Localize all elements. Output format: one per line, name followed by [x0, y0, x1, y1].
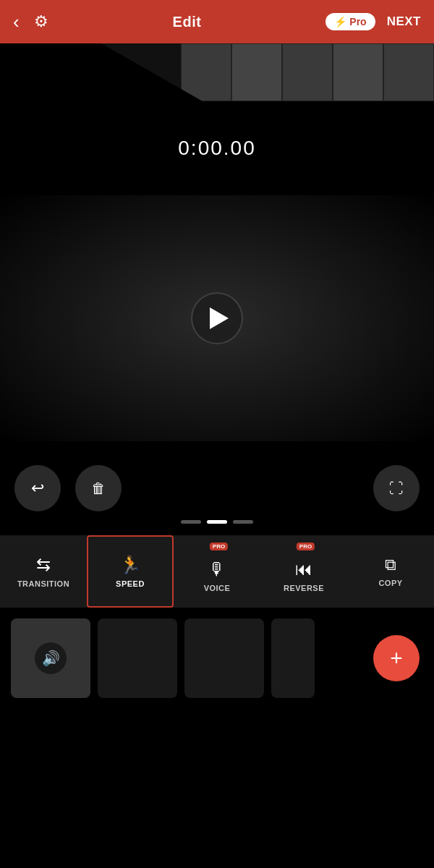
top-bar: ‹ ⚙ Edit ⚡ Pro NEXT — [0, 0, 434, 43]
play-icon — [210, 307, 229, 329]
undo-button[interactable]: ↩ — [14, 465, 61, 511]
page-title: Edit — [173, 14, 202, 30]
pagination-dot-2 — [207, 520, 227, 524]
pagination-dot-3 — [233, 520, 253, 524]
expand-icon: ⛶ — [389, 480, 404, 497]
tool-speed[interactable]: 🏃 SPEED — [87, 535, 174, 608]
settings-icon[interactable]: ⚙ — [34, 12, 48, 31]
pro-badge-label: Pro — [349, 16, 366, 27]
timeline-strip[interactable] — [0, 43, 434, 101]
speed-label: SPEED — [116, 579, 145, 588]
timeline-cell — [181, 43, 231, 101]
timeline-cell — [383, 43, 434, 101]
timeline-cover — [0, 43, 203, 101]
delete-button[interactable]: 🗑 — [75, 465, 122, 511]
tool-copy[interactable]: ⧉ COPY — [347, 535, 434, 608]
reverse-label: REVERSE — [284, 584, 324, 592]
back-button[interactable]: ‹ — [13, 11, 20, 33]
speaker-icon: 🔊 — [42, 650, 60, 667]
add-clip-button[interactable]: + — [373, 635, 420, 681]
copy-label: COPY — [378, 579, 402, 587]
pagination-dot-1 — [181, 520, 201, 524]
lightning-icon: ⚡ — [334, 16, 346, 27]
top-bar-left: ‹ ⚙ — [13, 11, 48, 33]
undo-icon: ↩ — [31, 479, 44, 498]
time-display: 0:00.00 — [178, 137, 255, 160]
speed-icon: 🏃 — [119, 555, 141, 575]
clip-audio-icon: 🔊 — [35, 642, 67, 674]
reverse-pro-badge: PRO — [297, 542, 315, 550]
transition-icon: ⇆ — [36, 555, 51, 575]
clip-empty-2[interactable] — [184, 618, 264, 698]
tool-bar: ⇆ TRANSITION 🏃 SPEED PRO 🎙 VOICE PRO ⏮ R… — [0, 535, 434, 608]
play-button[interactable] — [191, 292, 243, 344]
clip-empty-3[interactable] — [271, 618, 315, 698]
timeline-cell — [282, 43, 333, 101]
copy-icon: ⧉ — [385, 556, 396, 574]
clip-strip: 🔊 + — [0, 608, 434, 709]
tool-voice[interactable]: PRO 🎙 VOICE — [174, 535, 260, 608]
delete-icon: 🗑 — [91, 480, 106, 497]
voice-pro-badge: PRO — [210, 542, 228, 550]
clip-thumb-main[interactable]: 🔊 — [11, 618, 90, 698]
video-preview[interactable] — [0, 195, 434, 441]
reverse-icon: ⏮ — [295, 559, 312, 579]
voice-label: VOICE — [204, 584, 231, 592]
tool-reverse[interactable]: PRO ⏮ REVERSE — [260, 535, 347, 608]
timeline-cell — [231, 43, 282, 101]
time-display-area: 0:00.00 — [0, 101, 434, 195]
add-icon: + — [390, 647, 403, 669]
pagination — [181, 520, 253, 524]
controls-bar: ↩ 🗑 ⛶ — [0, 441, 434, 535]
clip-empty-1[interactable] — [98, 618, 177, 698]
expand-button[interactable]: ⛶ — [373, 465, 420, 511]
timeline-cell — [333, 43, 383, 101]
next-button[interactable]: NEXT — [387, 14, 421, 29]
voice-icon: 🎙 — [208, 559, 226, 579]
bottom-safe-area — [0, 709, 434, 774]
pro-badge[interactable]: ⚡ Pro — [326, 13, 375, 30]
transition-label: TRANSITION — [17, 579, 69, 588]
timeline-cells — [181, 43, 434, 101]
tool-transition[interactable]: ⇆ TRANSITION — [0, 535, 87, 608]
